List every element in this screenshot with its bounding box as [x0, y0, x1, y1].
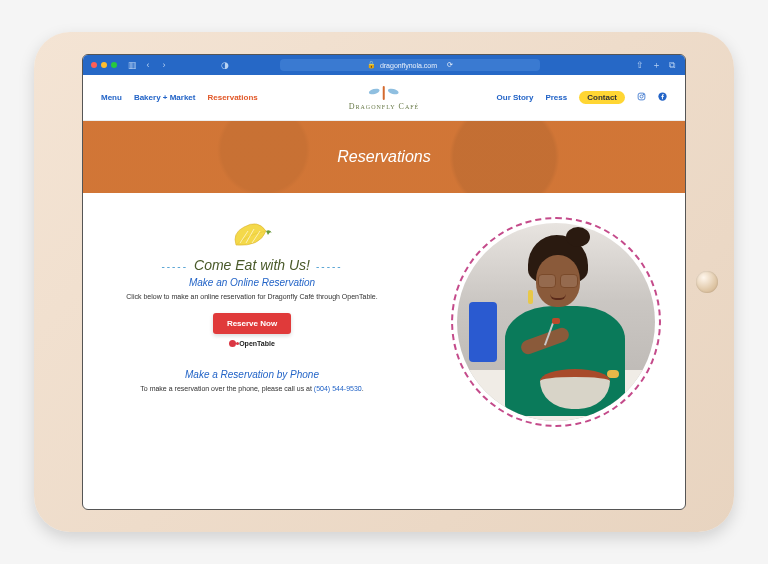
nav-reservations[interactable]: Reservations: [207, 93, 257, 102]
nav-left: Menu Bakery + Market Reservations: [101, 93, 258, 102]
shield-icon[interactable]: ◑: [220, 60, 230, 70]
nav-menu[interactable]: Menu: [101, 93, 122, 102]
lemon-icon: [230, 221, 274, 251]
phone-reservation-body: To make a reservation over the phone, pl…: [107, 384, 397, 394]
share-icon[interactable]: ⇧: [635, 60, 645, 70]
address-bar[interactable]: 🔒 dragonflynola.com ⟳: [280, 59, 540, 71]
site-logo[interactable]: Dragonfly Café: [349, 84, 420, 111]
url-text: dragonflynola.com: [380, 62, 437, 69]
contact-button[interactable]: Contact: [579, 91, 625, 104]
site-header: Menu Bakery + Market Reservations Dragon…: [83, 75, 685, 121]
reload-icon[interactable]: ⟳: [447, 61, 453, 69]
browser-toolbar: ▥ ‹ › ◑ 🔒 dragonflynola.com ⟳ ⇧ ＋ ⧉: [83, 55, 685, 75]
online-reservation-body: Click below to make an online reservatio…: [107, 292, 397, 302]
page-title: Reservations: [337, 148, 430, 166]
instagram-icon[interactable]: [637, 92, 646, 103]
opentable-label: OpenTable: [239, 340, 275, 347]
close-window-icon[interactable]: [91, 62, 97, 68]
sidebar-toggle-icon[interactable]: ▥: [127, 60, 137, 70]
maximize-window-icon[interactable]: [111, 62, 117, 68]
reservation-column: Come Eat with Us! Make an Online Reserva…: [107, 213, 397, 394]
nav-press[interactable]: Press: [545, 93, 567, 102]
back-icon[interactable]: ‹: [143, 60, 153, 70]
main-content: Come Eat with Us! Make an Online Reserva…: [83, 193, 685, 509]
opentable-icon: [229, 340, 236, 347]
lock-icon: 🔒: [367, 61, 376, 69]
eat-with-us-heading: Come Eat with Us!: [107, 257, 397, 273]
forward-icon[interactable]: ›: [159, 60, 169, 70]
phone-number-link[interactable]: (504) 544-9530: [314, 385, 362, 392]
customer-photo-frame: [451, 217, 661, 427]
svg-point-1: [640, 95, 643, 98]
window-controls: [91, 62, 117, 68]
reserve-now-button[interactable]: Reserve Now: [213, 313, 291, 334]
facebook-icon[interactable]: [658, 92, 667, 103]
new-tab-icon[interactable]: ＋: [651, 60, 661, 70]
tabs-icon[interactable]: ⧉: [667, 60, 677, 70]
minimize-window-icon[interactable]: [101, 62, 107, 68]
dragonfly-icon: [367, 84, 401, 102]
hero-banner: Reservations: [83, 121, 685, 193]
logo-text: Dragonfly Café: [349, 102, 420, 111]
phone-reservation-heading: Make a Reservation by Phone: [107, 369, 397, 380]
nav-our-story[interactable]: Our Story: [497, 93, 534, 102]
online-reservation-heading: Make an Online Reservation: [107, 277, 397, 288]
ipad-screen: ▥ ‹ › ◑ 🔒 dragonflynola.com ⟳ ⇧ ＋ ⧉ Menu…: [82, 54, 686, 510]
opentable-badge[interactable]: OpenTable: [107, 340, 397, 347]
nav-bakery-market[interactable]: Bakery + Market: [134, 93, 196, 102]
customer-photo: [457, 223, 655, 421]
ipad-home-button[interactable]: [696, 271, 718, 293]
ipad-frame: ▥ ‹ › ◑ 🔒 dragonflynola.com ⟳ ⇧ ＋ ⧉ Menu…: [34, 32, 734, 532]
nav-right: Our Story Press Contact: [497, 91, 667, 104]
svg-point-2: [643, 94, 644, 95]
